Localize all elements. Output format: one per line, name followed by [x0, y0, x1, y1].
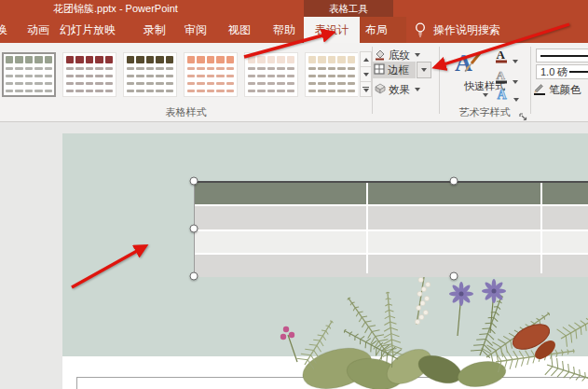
chevron-down-icon [513, 80, 518, 84]
tab-record[interactable]: 录制 [136, 17, 173, 43]
chevron-down-icon [513, 98, 519, 102]
floral-decoration-illustration [249, 273, 588, 389]
selection-handle[interactable] [190, 177, 198, 186]
cell-borders-icon [374, 63, 385, 76]
selection-handle[interactable] [190, 225, 198, 233]
text-effects-button[interactable]: A [496, 87, 519, 102]
pen-style-dropdown[interactable] [536, 49, 588, 63]
text-outline-A-icon: A [495, 68, 509, 84]
table-style-thumbnail[interactable] [2, 52, 56, 97]
triangle-up-icon [363, 58, 369, 62]
table-style-thumbnail[interactable] [244, 52, 298, 97]
slide-editor-area [0, 122, 588, 389]
table-row[interactable] [195, 183, 588, 204]
tab-view[interactable]: 视图 [221, 17, 258, 43]
tab-transitions-partial[interactable]: 换 [0, 17, 11, 43]
table-column-divider [540, 183, 542, 273]
table-styles-gallery [2, 52, 358, 97]
slide-table[interactable] [194, 181, 588, 275]
lightbulb-icon [414, 21, 427, 42]
pen-weight-dropdown[interactable]: 1.0 磅 [536, 64, 588, 79]
wordart-A-brush-icon: A [454, 49, 482, 76]
contextual-tool-band: 表格工具 [304, 0, 393, 17]
group-label-wordart-styles: 艺术字样式 [440, 106, 529, 118]
chevron-down-icon [415, 88, 420, 91]
gallery-more-button[interactable] [360, 81, 372, 97]
tab-animations[interactable]: 动画 [22, 17, 54, 43]
selection-handle[interactable] [450, 177, 458, 186]
shading-button[interactable]: 底纹 [374, 48, 420, 63]
group-separator [530, 47, 531, 114]
tell-me-search[interactable]: 操作说明搜索 [433, 17, 500, 43]
table-style-thumbnail[interactable] [184, 52, 238, 97]
triangle-down-icon [363, 73, 369, 76]
table-row[interactable] [195, 255, 588, 277]
pen-style-line-icon [540, 55, 588, 57]
text-fill-A-icon: A [495, 48, 509, 63]
quick-styles-button[interactable]: A [454, 49, 482, 76]
group-label-table-styles: 表格样式 [0, 106, 372, 118]
svg-text:A: A [497, 68, 506, 82]
chevron-down-icon [513, 60, 518, 63]
title-bar: 花团锦簇.pptx - PowerPoint 表格工具 [0, 0, 588, 17]
document-title: 花团锦簇.pptx - PowerPoint [53, 0, 178, 17]
group-separator [372, 47, 373, 114]
gallery-more-icon [362, 87, 369, 92]
borders-dropdown-button[interactable] [417, 62, 431, 78]
tab-table-layout[interactable]: 布局 [356, 17, 397, 43]
svg-text:A: A [498, 88, 508, 102]
tab-help[interactable]: 帮助 [266, 17, 303, 43]
cube-effects-icon [374, 83, 386, 96]
pencil-icon [533, 82, 546, 97]
chevron-down-icon[interactable] [483, 93, 488, 97]
table-row[interactable] [195, 231, 588, 253]
slide-canvas[interactable] [62, 133, 588, 389]
chevron-down-icon [415, 53, 420, 57]
tab-table-design[interactable]: 表设计 [304, 17, 360, 43]
text-fill-button[interactable]: A [495, 48, 518, 63]
svg-text:A: A [455, 49, 472, 76]
table-style-thumbnail[interactable] [123, 52, 177, 97]
pen-weight-line-icon [569, 71, 588, 73]
table-row[interactable] [195, 206, 588, 229]
text-effects-A-icon: A [496, 87, 510, 102]
table-style-thumbnail[interactable] [62, 52, 116, 97]
borders-button[interactable]: 边框 [371, 62, 416, 78]
pen-weight-value: 1.0 磅 [540, 65, 567, 79]
text-outline-button[interactable]: A [495, 68, 518, 84]
selection-handle[interactable] [190, 272, 198, 281]
tab-review[interactable]: 审阅 [177, 17, 214, 43]
selection-handle[interactable] [450, 272, 458, 281]
table-style-thumbnail[interactable] [305, 52, 358, 97]
tab-slideshow[interactable]: 幻灯片放映 [54, 17, 121, 43]
paint-bucket-icon [374, 49, 386, 63]
effects-button[interactable]: 效果 [374, 82, 420, 97]
ribbon: 表格样式 底纹 边框 [0, 43, 588, 122]
pen-color-button[interactable]: 笔颜色 [533, 82, 581, 97]
svg-text:A: A [497, 48, 506, 62]
chevron-down-icon [421, 68, 427, 72]
table-column-divider [366, 183, 368, 273]
ribbon-tab-bar: 换 动画 幻灯片放映 录制 审阅 视图 帮助 表设计 布局 操作说明搜索 [0, 17, 588, 43]
powerpoint-window: 花团锦簇.pptx - PowerPoint 表格工具 换 动画 幻灯片放映 录… [0, 0, 588, 389]
